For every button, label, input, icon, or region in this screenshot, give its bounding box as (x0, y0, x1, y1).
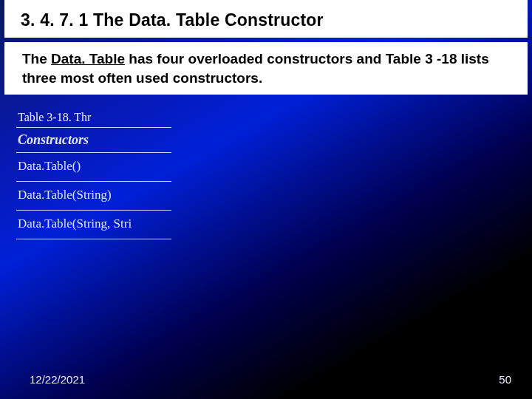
divider (16, 239, 171, 239)
body-underlined-term: Data. Table (51, 51, 125, 66)
title-band: 3. 4. 7. 1 The Data. Table Constructor (4, 0, 528, 38)
table-caption: Table 3-18. Thr (16, 108, 171, 127)
table-row: Data.Table() (16, 153, 171, 181)
table-row: Data.Table(String) (16, 182, 171, 210)
body-text: The Data. Table has four overloaded cons… (4, 42, 528, 95)
body-lead: The (22, 51, 51, 66)
footer-page-number: 50 (499, 373, 511, 386)
table-header: Constructors (16, 128, 171, 152)
constructor-table: Table 3-18. Thr Constructors Data.Table(… (16, 108, 171, 239)
table-row: Data.Table(String, Stri (16, 211, 171, 239)
footer: 12/22/2021 50 (0, 373, 532, 386)
footer-date: 12/22/2021 (30, 373, 85, 386)
slide-title: 3. 4. 7. 1 The Data. Table Constructor (21, 10, 511, 30)
